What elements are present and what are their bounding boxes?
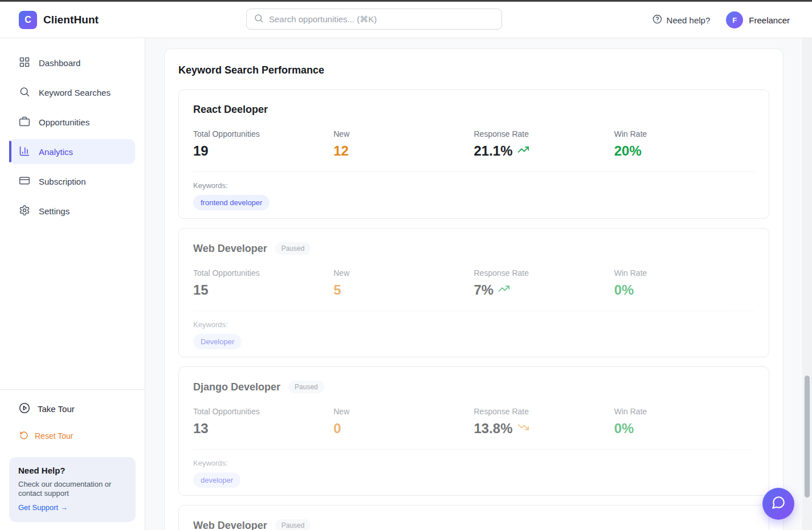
keywords-label: Keywords: — [193, 320, 754, 329]
take-tour-button[interactable]: Take Tour — [9, 402, 136, 415]
get-support-link[interactable]: Get Support → — [18, 503, 68, 512]
stat-response-rate: Response Rate 7% — [474, 268, 614, 298]
sidebar-item-subscription[interactable]: Subscription — [9, 169, 135, 194]
keywords-label: Keywords: — [193, 459, 754, 467]
brand-name: ClientHunt — [43, 14, 99, 26]
global-search[interactable] — [246, 9, 502, 30]
stat-win-rate: Win Rate 0% — [614, 407, 754, 437]
stat-new-value: 12 — [333, 143, 474, 159]
divider — [193, 449, 754, 450]
keyword-card-title: Web Developer — [193, 243, 267, 255]
search-icon — [254, 13, 264, 26]
gear-icon — [19, 205, 30, 218]
need-help-button[interactable]: Need help? — [652, 14, 711, 26]
header: C ClientHunt Need help? F Freelancer — [0, 2, 812, 38]
keyword-card[interactable]: Web Developer Paused Total Opportunities… — [178, 228, 769, 357]
stat-new: New 12 — [333, 129, 474, 159]
keyword-card[interactable]: Web Developer Paused — [178, 505, 769, 530]
trending-down-icon — [517, 421, 529, 437]
stat-new: New 0 — [333, 407, 474, 437]
divider — [193, 311, 754, 311]
stat-new-value: 0 — [333, 421, 474, 437]
keywords-label: Keywords: — [193, 181, 754, 190]
keyword-card[interactable]: React Deeloper Total Opportunities 19 Ne… — [178, 89, 769, 219]
sidebar-item-label: Subscription — [39, 177, 86, 186]
grid-icon — [19, 56, 30, 70]
search-icon — [19, 86, 30, 99]
chat-bubble-icon — [771, 495, 786, 512]
sidebar-item-analytics[interactable]: Analytics — [9, 139, 135, 164]
stat-response-rate: Response Rate 13.8% — [474, 407, 614, 437]
keyword-card-title: Django Developer — [193, 381, 280, 393]
keyword-chip[interactable]: frontend developer — [193, 195, 270, 210]
keyword-performance-panel: Keyword Search Performance React Deelope… — [164, 48, 784, 530]
bar-chart-icon — [19, 145, 30, 158]
stat-total-value: 19 — [193, 143, 333, 159]
search-input[interactable] — [269, 14, 495, 24]
divider — [193, 172, 754, 172]
help-card: Need Help? Check our documentation or co… — [9, 457, 136, 523]
stat-response-rate: Response Rate 21.1% — [474, 129, 614, 159]
chat-fab-button[interactable] — [762, 488, 794, 520]
sidebar-item-label: Analytics — [39, 147, 73, 157]
paused-badge: Paused — [288, 381, 324, 393]
user-menu[interactable]: F Freelancer — [726, 11, 790, 28]
stat-response-value: 13.8% — [474, 421, 513, 437]
keyword-card[interactable]: Django Developer Paused Total Opportunit… — [178, 366, 769, 496]
main-content: Keyword Search Performance React Deelope… — [145, 38, 812, 530]
stat-total-opportunities: Total Opportunities 15 — [193, 268, 333, 298]
stat-win-value: 20% — [614, 143, 754, 159]
stat-response-value: 21.1% — [474, 143, 513, 159]
paused-badge: Paused — [275, 242, 311, 255]
sidebar-bottom: Take Tour Reset Tour Need Help? Check ou… — [0, 389, 145, 530]
help-card-description: Check our documentation or contact suppo… — [18, 480, 115, 499]
help-card-title: Need Help? — [18, 466, 127, 475]
sidebar-item-label: Keyword Searches — [39, 88, 111, 97]
take-tour-label: Take Tour — [38, 404, 75, 414]
sidebar-item-label: Opportunities — [39, 117, 89, 127]
stat-win-value: 0% — [614, 421, 754, 437]
stat-win-rate: Win Rate 0% — [614, 268, 754, 298]
credit-card-icon — [19, 175, 30, 188]
sidebar-item-settings[interactable]: Settings — [9, 198, 135, 223]
sidebar-item-dashboard[interactable]: Dashboard — [9, 50, 135, 75]
stat-total-opportunities: Total Opportunities 13 — [193, 407, 333, 437]
sidebar: Dashboard Keyword Searches Opportunities… — [0, 38, 145, 530]
trending-up-icon — [498, 282, 510, 298]
reset-tour-button[interactable]: Reset Tour — [9, 431, 136, 442]
brand[interactable]: C ClientHunt — [19, 11, 99, 29]
sidebar-item-label: Dashboard — [39, 58, 80, 68]
stat-total-opportunities: Total Opportunities 19 — [193, 129, 333, 159]
sidebar-item-keyword-searches[interactable]: Keyword Searches — [9, 80, 135, 105]
trending-up-icon — [517, 143, 529, 159]
stat-new-value: 5 — [333, 282, 474, 298]
page-title: Keyword Search Performance — [178, 64, 769, 76]
keyword-card-title: Web Developer — [193, 520, 267, 530]
stat-response-value: 7% — [474, 282, 494, 298]
top-accent-bar — [0, 0, 812, 2]
brand-logo: C — [19, 11, 37, 29]
stat-win-value: 0% — [614, 282, 754, 298]
play-circle-icon — [19, 402, 30, 415]
reset-tour-label: Reset Tour — [35, 431, 73, 441]
sidebar-item-opportunities[interactable]: Opportunities — [9, 109, 135, 134]
sidebar-item-label: Settings — [39, 206, 70, 216]
stat-win-rate: Win Rate 20% — [614, 129, 754, 159]
need-help-label: Need help? — [667, 15, 711, 25]
avatar: F — [726, 11, 743, 28]
stat-new: New 5 — [333, 268, 474, 298]
keyword-chip[interactable]: Developer — [193, 334, 242, 349]
help-circle-icon — [652, 14, 662, 26]
stat-total-value: 15 — [193, 282, 333, 298]
stat-total-value: 13 — [193, 421, 333, 437]
user-name: Freelancer — [749, 15, 790, 25]
keyword-card-title: React Deeloper — [193, 104, 268, 116]
keyword-chip[interactable]: developer — [193, 472, 240, 488]
paused-badge: Paused — [275, 519, 311, 530]
briefcase-icon — [19, 116, 30, 129]
scrollbar-thumb[interactable] — [805, 376, 810, 498]
rotate-ccw-icon — [19, 431, 28, 442]
scrollbar-track[interactable] — [802, 38, 812, 530]
